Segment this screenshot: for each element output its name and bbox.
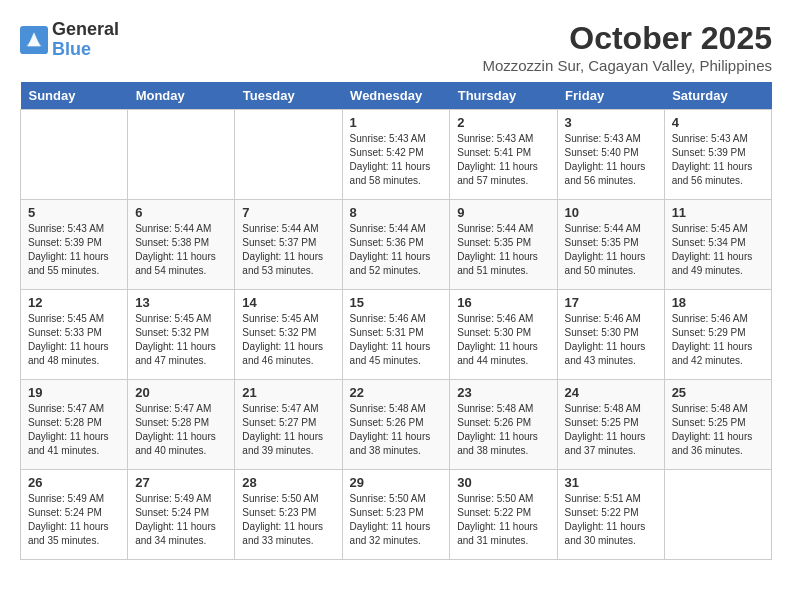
calendar-week-4: 19Sunrise: 5:47 AM Sunset: 5:28 PM Dayli… bbox=[21, 380, 772, 470]
calendar-cell bbox=[128, 110, 235, 200]
calendar-week-1: 1Sunrise: 5:43 AM Sunset: 5:42 PM Daylig… bbox=[21, 110, 772, 200]
day-number: 4 bbox=[672, 115, 764, 130]
calendar-cell: 8Sunrise: 5:44 AM Sunset: 5:36 PM Daylig… bbox=[342, 200, 450, 290]
day-detail: Sunrise: 5:50 AM Sunset: 5:23 PM Dayligh… bbox=[242, 492, 334, 548]
day-detail: Sunrise: 5:43 AM Sunset: 5:39 PM Dayligh… bbox=[672, 132, 764, 188]
day-detail: Sunrise: 5:46 AM Sunset: 5:30 PM Dayligh… bbox=[457, 312, 549, 368]
day-number: 16 bbox=[457, 295, 549, 310]
weekday-header-tuesday: Tuesday bbox=[235, 82, 342, 110]
day-number: 31 bbox=[565, 475, 657, 490]
weekday-header-monday: Monday bbox=[128, 82, 235, 110]
day-detail: Sunrise: 5:46 AM Sunset: 5:30 PM Dayligh… bbox=[565, 312, 657, 368]
calendar-cell: 20Sunrise: 5:47 AM Sunset: 5:28 PM Dayli… bbox=[128, 380, 235, 470]
calendar-cell: 28Sunrise: 5:50 AM Sunset: 5:23 PM Dayli… bbox=[235, 470, 342, 560]
day-number: 28 bbox=[242, 475, 334, 490]
day-number: 7 bbox=[242, 205, 334, 220]
day-detail: Sunrise: 5:50 AM Sunset: 5:22 PM Dayligh… bbox=[457, 492, 549, 548]
day-detail: Sunrise: 5:51 AM Sunset: 5:22 PM Dayligh… bbox=[565, 492, 657, 548]
day-number: 8 bbox=[350, 205, 443, 220]
day-number: 27 bbox=[135, 475, 227, 490]
logo-line1: General bbox=[52, 20, 119, 40]
calendar-cell: 15Sunrise: 5:46 AM Sunset: 5:31 PM Dayli… bbox=[342, 290, 450, 380]
calendar-cell: 31Sunrise: 5:51 AM Sunset: 5:22 PM Dayli… bbox=[557, 470, 664, 560]
day-number: 13 bbox=[135, 295, 227, 310]
day-detail: Sunrise: 5:43 AM Sunset: 5:40 PM Dayligh… bbox=[565, 132, 657, 188]
day-number: 18 bbox=[672, 295, 764, 310]
day-detail: Sunrise: 5:49 AM Sunset: 5:24 PM Dayligh… bbox=[135, 492, 227, 548]
calendar-cell: 14Sunrise: 5:45 AM Sunset: 5:32 PM Dayli… bbox=[235, 290, 342, 380]
day-number: 30 bbox=[457, 475, 549, 490]
calendar-cell: 12Sunrise: 5:45 AM Sunset: 5:33 PM Dayli… bbox=[21, 290, 128, 380]
calendar-cell: 7Sunrise: 5:44 AM Sunset: 5:37 PM Daylig… bbox=[235, 200, 342, 290]
day-detail: Sunrise: 5:48 AM Sunset: 5:25 PM Dayligh… bbox=[672, 402, 764, 458]
calendar-cell: 23Sunrise: 5:48 AM Sunset: 5:26 PM Dayli… bbox=[450, 380, 557, 470]
calendar-cell: 5Sunrise: 5:43 AM Sunset: 5:39 PM Daylig… bbox=[21, 200, 128, 290]
day-number: 12 bbox=[28, 295, 120, 310]
day-detail: Sunrise: 5:47 AM Sunset: 5:27 PM Dayligh… bbox=[242, 402, 334, 458]
calendar-cell: 21Sunrise: 5:47 AM Sunset: 5:27 PM Dayli… bbox=[235, 380, 342, 470]
day-detail: Sunrise: 5:48 AM Sunset: 5:25 PM Dayligh… bbox=[565, 402, 657, 458]
calendar-cell: 3Sunrise: 5:43 AM Sunset: 5:40 PM Daylig… bbox=[557, 110, 664, 200]
calendar-cell: 29Sunrise: 5:50 AM Sunset: 5:23 PM Dayli… bbox=[342, 470, 450, 560]
day-number: 17 bbox=[565, 295, 657, 310]
day-detail: Sunrise: 5:44 AM Sunset: 5:38 PM Dayligh… bbox=[135, 222, 227, 278]
day-number: 19 bbox=[28, 385, 120, 400]
day-detail: Sunrise: 5:50 AM Sunset: 5:23 PM Dayligh… bbox=[350, 492, 443, 548]
calendar-cell: 22Sunrise: 5:48 AM Sunset: 5:26 PM Dayli… bbox=[342, 380, 450, 470]
day-number: 1 bbox=[350, 115, 443, 130]
calendar-cell: 18Sunrise: 5:46 AM Sunset: 5:29 PM Dayli… bbox=[664, 290, 771, 380]
calendar-cell: 30Sunrise: 5:50 AM Sunset: 5:22 PM Dayli… bbox=[450, 470, 557, 560]
calendar-cell: 10Sunrise: 5:44 AM Sunset: 5:35 PM Dayli… bbox=[557, 200, 664, 290]
day-detail: Sunrise: 5:43 AM Sunset: 5:39 PM Dayligh… bbox=[28, 222, 120, 278]
calendar-cell bbox=[664, 470, 771, 560]
calendar-cell: 25Sunrise: 5:48 AM Sunset: 5:25 PM Dayli… bbox=[664, 380, 771, 470]
weekday-header-row: SundayMondayTuesdayWednesdayThursdayFrid… bbox=[21, 82, 772, 110]
day-number: 26 bbox=[28, 475, 120, 490]
calendar-cell: 11Sunrise: 5:45 AM Sunset: 5:34 PM Dayli… bbox=[664, 200, 771, 290]
calendar-cell bbox=[21, 110, 128, 200]
day-detail: Sunrise: 5:47 AM Sunset: 5:28 PM Dayligh… bbox=[135, 402, 227, 458]
calendar-cell: 26Sunrise: 5:49 AM Sunset: 5:24 PM Dayli… bbox=[21, 470, 128, 560]
day-number: 6 bbox=[135, 205, 227, 220]
calendar-week-3: 12Sunrise: 5:45 AM Sunset: 5:33 PM Dayli… bbox=[21, 290, 772, 380]
day-number: 15 bbox=[350, 295, 443, 310]
calendar-table: SundayMondayTuesdayWednesdayThursdayFrid… bbox=[20, 82, 772, 560]
page-header: General Blue October 2025 Mozzozzin Sur,… bbox=[20, 20, 772, 74]
calendar-cell: 13Sunrise: 5:45 AM Sunset: 5:32 PM Dayli… bbox=[128, 290, 235, 380]
day-detail: Sunrise: 5:45 AM Sunset: 5:32 PM Dayligh… bbox=[135, 312, 227, 368]
weekday-header-saturday: Saturday bbox=[664, 82, 771, 110]
day-detail: Sunrise: 5:47 AM Sunset: 5:28 PM Dayligh… bbox=[28, 402, 120, 458]
title-block: October 2025 Mozzozzin Sur, Cagayan Vall… bbox=[482, 20, 772, 74]
day-number: 2 bbox=[457, 115, 549, 130]
weekday-header-thursday: Thursday bbox=[450, 82, 557, 110]
day-number: 23 bbox=[457, 385, 549, 400]
day-detail: Sunrise: 5:43 AM Sunset: 5:41 PM Dayligh… bbox=[457, 132, 549, 188]
calendar-cell: 9Sunrise: 5:44 AM Sunset: 5:35 PM Daylig… bbox=[450, 200, 557, 290]
day-number: 24 bbox=[565, 385, 657, 400]
calendar-cell bbox=[235, 110, 342, 200]
calendar-cell: 1Sunrise: 5:43 AM Sunset: 5:42 PM Daylig… bbox=[342, 110, 450, 200]
logo-line2: Blue bbox=[52, 40, 119, 60]
weekday-header-sunday: Sunday bbox=[21, 82, 128, 110]
logo-icon bbox=[20, 26, 48, 54]
day-detail: Sunrise: 5:46 AM Sunset: 5:31 PM Dayligh… bbox=[350, 312, 443, 368]
day-detail: Sunrise: 5:45 AM Sunset: 5:33 PM Dayligh… bbox=[28, 312, 120, 368]
logo: General Blue bbox=[20, 20, 119, 60]
day-number: 5 bbox=[28, 205, 120, 220]
location-subtitle: Mozzozzin Sur, Cagayan Valley, Philippin… bbox=[482, 57, 772, 74]
month-title: October 2025 bbox=[482, 20, 772, 57]
day-detail: Sunrise: 5:44 AM Sunset: 5:37 PM Dayligh… bbox=[242, 222, 334, 278]
day-number: 11 bbox=[672, 205, 764, 220]
calendar-cell: 2Sunrise: 5:43 AM Sunset: 5:41 PM Daylig… bbox=[450, 110, 557, 200]
day-number: 14 bbox=[242, 295, 334, 310]
calendar-cell: 6Sunrise: 5:44 AM Sunset: 5:38 PM Daylig… bbox=[128, 200, 235, 290]
day-detail: Sunrise: 5:43 AM Sunset: 5:42 PM Dayligh… bbox=[350, 132, 443, 188]
calendar-cell: 16Sunrise: 5:46 AM Sunset: 5:30 PM Dayli… bbox=[450, 290, 557, 380]
weekday-header-wednesday: Wednesday bbox=[342, 82, 450, 110]
calendar-cell: 27Sunrise: 5:49 AM Sunset: 5:24 PM Dayli… bbox=[128, 470, 235, 560]
day-detail: Sunrise: 5:45 AM Sunset: 5:32 PM Dayligh… bbox=[242, 312, 334, 368]
weekday-header-friday: Friday bbox=[557, 82, 664, 110]
calendar-body: 1Sunrise: 5:43 AM Sunset: 5:42 PM Daylig… bbox=[21, 110, 772, 560]
day-detail: Sunrise: 5:49 AM Sunset: 5:24 PM Dayligh… bbox=[28, 492, 120, 548]
calendar-week-2: 5Sunrise: 5:43 AM Sunset: 5:39 PM Daylig… bbox=[21, 200, 772, 290]
